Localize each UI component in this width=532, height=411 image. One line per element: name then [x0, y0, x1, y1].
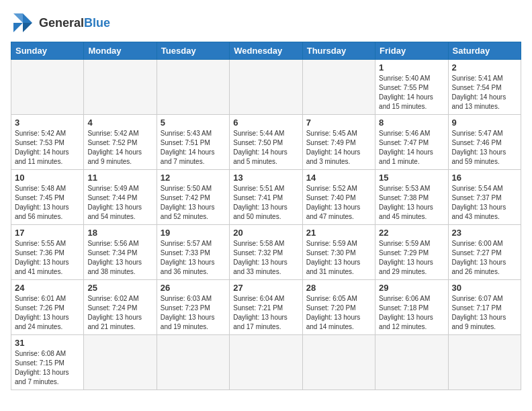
day-cell: 28Sunrise: 6:05 AM Sunset: 7:20 PM Dayli…	[302, 280, 375, 335]
day-cell: 24Sunrise: 6:01 AM Sunset: 7:26 PM Dayli…	[11, 280, 84, 335]
day-cell: 18Sunrise: 5:56 AM Sunset: 7:34 PM Dayli…	[84, 225, 157, 280]
day-info: Sunrise: 6:05 AM Sunset: 7:20 PM Dayligh…	[306, 294, 371, 332]
svg-marker-1	[23, 23, 32, 32]
day-number: 29	[379, 283, 444, 293]
day-cell	[157, 60, 229, 115]
day-number: 6	[233, 118, 298, 128]
day-number: 16	[452, 173, 517, 183]
day-cell: 13Sunrise: 5:51 AM Sunset: 7:41 PM Dayli…	[230, 170, 302, 225]
week-row-1: 3Sunrise: 5:42 AM Sunset: 7:53 PM Daylig…	[11, 115, 521, 170]
day-number: 24	[15, 283, 80, 293]
day-number: 26	[161, 283, 226, 293]
day-number: 14	[306, 173, 371, 183]
day-number: 12	[161, 173, 226, 183]
day-cell: 17Sunrise: 5:55 AM Sunset: 7:36 PM Dayli…	[11, 225, 84, 280]
logo-text: GeneralBlue	[39, 16, 110, 30]
weekday-sunday: Sunday	[11, 42, 84, 60]
day-info: Sunrise: 5:47 AM Sunset: 7:46 PM Dayligh…	[452, 129, 517, 167]
day-info: Sunrise: 5:42 AM Sunset: 7:52 PM Dayligh…	[87, 129, 152, 167]
day-info: Sunrise: 5:50 AM Sunset: 7:42 PM Dayligh…	[161, 184, 226, 222]
day-number: 1	[379, 62, 444, 73]
weekday-monday: Monday	[84, 42, 157, 60]
day-cell: 31Sunrise: 6:08 AM Sunset: 7:15 PM Dayli…	[11, 335, 84, 390]
day-number: 25	[87, 283, 152, 293]
day-cell	[157, 335, 229, 390]
svg-marker-3	[13, 23, 23, 32]
day-cell: 11Sunrise: 5:49 AM Sunset: 7:44 PM Dayli…	[84, 170, 157, 225]
day-info: Sunrise: 6:04 AM Sunset: 7:21 PM Dayligh…	[233, 294, 298, 332]
header: GeneralBlue	[11, 11, 521, 35]
day-cell: 30Sunrise: 6:07 AM Sunset: 7:17 PM Dayli…	[448, 280, 521, 335]
day-cell	[375, 335, 448, 390]
day-cell: 9Sunrise: 5:47 AM Sunset: 7:46 PM Daylig…	[448, 115, 521, 170]
day-cell	[84, 335, 157, 390]
week-row-4: 24Sunrise: 6:01 AM Sunset: 7:26 PM Dayli…	[11, 280, 521, 335]
day-number: 3	[15, 118, 80, 128]
day-info: Sunrise: 5:44 AM Sunset: 7:50 PM Dayligh…	[233, 129, 298, 167]
day-number: 17	[15, 228, 80, 238]
day-info: Sunrise: 6:06 AM Sunset: 7:18 PM Dayligh…	[379, 294, 444, 332]
day-cell: 14Sunrise: 5:52 AM Sunset: 7:40 PM Dayli…	[302, 170, 375, 225]
day-number: 27	[233, 283, 298, 293]
day-cell: 19Sunrise: 5:57 AM Sunset: 7:33 PM Dayli…	[157, 225, 229, 280]
day-cell: 16Sunrise: 5:54 AM Sunset: 7:37 PM Dayli…	[448, 170, 521, 225]
day-info: Sunrise: 6:01 AM Sunset: 7:26 PM Dayligh…	[15, 294, 80, 332]
week-row-5: 31Sunrise: 6:08 AM Sunset: 7:15 PM Dayli…	[11, 335, 521, 390]
day-cell: 27Sunrise: 6:04 AM Sunset: 7:21 PM Dayli…	[230, 280, 302, 335]
day-cell: 25Sunrise: 6:02 AM Sunset: 7:24 PM Dayli…	[84, 280, 157, 335]
day-number: 19	[161, 228, 226, 238]
svg-marker-0	[23, 13, 32, 23]
day-cell: 5Sunrise: 5:43 AM Sunset: 7:51 PM Daylig…	[157, 115, 229, 170]
day-info: Sunrise: 5:41 AM Sunset: 7:54 PM Dayligh…	[452, 74, 517, 111]
day-info: Sunrise: 5:43 AM Sunset: 7:51 PM Dayligh…	[161, 129, 226, 167]
day-info: Sunrise: 6:00 AM Sunset: 7:27 PM Dayligh…	[452, 239, 517, 277]
day-number: 5	[161, 118, 226, 128]
day-cell: 10Sunrise: 5:48 AM Sunset: 7:45 PM Dayli…	[11, 170, 84, 225]
day-info: Sunrise: 5:49 AM Sunset: 7:44 PM Dayligh…	[87, 184, 152, 222]
day-cell: 22Sunrise: 5:59 AM Sunset: 7:29 PM Dayli…	[375, 225, 448, 280]
day-cell: 4Sunrise: 5:42 AM Sunset: 7:52 PM Daylig…	[84, 115, 157, 170]
weekday-friday: Friday	[375, 42, 448, 60]
weekday-thursday: Thursday	[302, 42, 375, 60]
day-cell: 20Sunrise: 5:58 AM Sunset: 7:32 PM Dayli…	[230, 225, 302, 280]
weekday-tuesday: Tuesday	[157, 42, 229, 60]
day-number: 30	[452, 283, 517, 293]
weekday-saturday: Saturday	[448, 42, 521, 60]
day-cell	[84, 60, 157, 115]
day-info: Sunrise: 5:57 AM Sunset: 7:33 PM Dayligh…	[161, 239, 226, 277]
day-info: Sunrise: 6:07 AM Sunset: 7:17 PM Dayligh…	[452, 294, 517, 332]
day-cell	[230, 60, 302, 115]
day-info: Sunrise: 5:58 AM Sunset: 7:32 PM Dayligh…	[233, 239, 298, 277]
logo: GeneralBlue	[11, 11, 110, 35]
day-number: 10	[15, 173, 80, 183]
day-info: Sunrise: 5:52 AM Sunset: 7:40 PM Dayligh…	[306, 184, 371, 222]
day-number: 22	[379, 228, 444, 238]
day-cell: 6Sunrise: 5:44 AM Sunset: 7:50 PM Daylig…	[230, 115, 302, 170]
day-number: 18	[87, 228, 152, 238]
calendar-table: SundayMondayTuesdayWednesdayThursdayFrid…	[11, 42, 521, 390]
day-info: Sunrise: 5:51 AM Sunset: 7:41 PM Dayligh…	[233, 184, 298, 222]
day-number: 8	[379, 118, 444, 128]
day-info: Sunrise: 5:56 AM Sunset: 7:34 PM Dayligh…	[87, 239, 152, 277]
day-cell: 15Sunrise: 5:53 AM Sunset: 7:38 PM Dayli…	[375, 170, 448, 225]
day-info: Sunrise: 5:54 AM Sunset: 7:37 PM Dayligh…	[452, 184, 517, 222]
day-number: 31	[15, 338, 80, 348]
week-row-2: 10Sunrise: 5:48 AM Sunset: 7:45 PM Dayli…	[11, 170, 521, 225]
day-cell: 3Sunrise: 5:42 AM Sunset: 7:53 PM Daylig…	[11, 115, 84, 170]
weekday-header-row: SundayMondayTuesdayWednesdayThursdayFrid…	[11, 42, 521, 60]
day-cell: 1Sunrise: 5:40 AM Sunset: 7:55 PM Daylig…	[375, 60, 448, 115]
day-info: Sunrise: 5:59 AM Sunset: 7:30 PM Dayligh…	[306, 239, 371, 277]
day-info: Sunrise: 5:53 AM Sunset: 7:38 PM Dayligh…	[379, 184, 444, 222]
day-cell: 21Sunrise: 5:59 AM Sunset: 7:30 PM Dayli…	[302, 225, 375, 280]
day-number: 2	[452, 62, 517, 73]
day-number: 13	[233, 173, 298, 183]
day-cell	[230, 335, 302, 390]
day-info: Sunrise: 5:46 AM Sunset: 7:47 PM Dayligh…	[379, 129, 444, 167]
day-info: Sunrise: 5:42 AM Sunset: 7:53 PM Dayligh…	[15, 129, 80, 167]
weekday-wednesday: Wednesday	[230, 42, 302, 60]
logo-icon	[11, 11, 35, 35]
day-info: Sunrise: 6:08 AM Sunset: 7:15 PM Dayligh…	[15, 349, 80, 387]
day-cell	[302, 335, 375, 390]
day-number: 28	[306, 283, 371, 293]
day-number: 21	[306, 228, 371, 238]
